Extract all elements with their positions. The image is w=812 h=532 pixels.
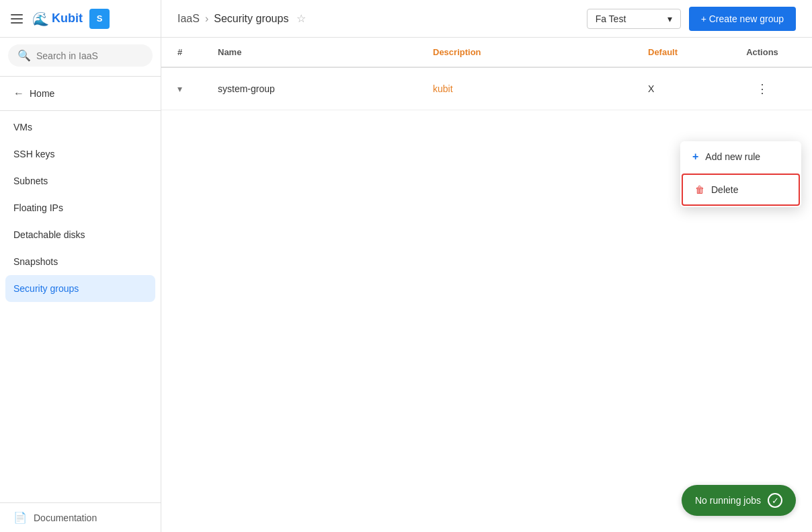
home-label: Home <box>30 88 54 99</box>
documentation-link[interactable]: 📄 Documentation <box>0 502 161 532</box>
sidebar-item-snapshots[interactable]: Snapshots <box>0 248 161 275</box>
check-circle-icon: ✓ <box>768 493 782 508</box>
col-name: Name <box>218 47 433 57</box>
logo-label: Kubit <box>52 11 83 26</box>
sidebar-item-subnets[interactable]: Subnets <box>0 167 161 194</box>
group-description: kubit <box>433 83 648 94</box>
sidebar-divider <box>0 76 161 77</box>
delete-label: Delete <box>711 184 738 195</box>
workspace-selector[interactable]: Fa Test ▾ <box>587 9 681 29</box>
breadcrumb-current: Security groups <box>214 13 288 25</box>
plus-icon: + <box>692 151 698 163</box>
group-default: X <box>648 83 729 94</box>
sidebar-item-security-groups[interactable]: Security groups <box>5 275 155 302</box>
documentation-icon: 📄 <box>13 511 27 524</box>
topbar-right: Fa Test ▾ + Create new group <box>587 7 796 31</box>
sidebar: 🌊 Kubit S 🔍 ← Home VMs SSH keys Subnets … <box>0 0 161 532</box>
sidebar-header: 🌊 Kubit S <box>0 0 161 38</box>
workspace-label: Fa Test <box>596 13 626 24</box>
logo-s-icon: S <box>89 9 110 29</box>
group-name: system-group <box>218 83 433 94</box>
sidebar-item-ssh-keys[interactable]: SSH keys <box>0 141 161 167</box>
search-icon: 🔍 <box>17 49 31 62</box>
table-row: ▾ system-group kubit X ⋮ <box>161 68 812 110</box>
favorite-icon[interactable]: ☆ <box>296 12 306 25</box>
add-new-rule-item[interactable]: + Add new rule <box>680 141 801 172</box>
breadcrumb: IaaS › Security groups ☆ <box>177 12 306 25</box>
logo-wave-icon: 🌊 <box>32 11 49 27</box>
table-header: # Name Description Default Actions <box>161 38 812 68</box>
main-content: IaaS › Security groups ☆ Fa Test ▾ + Cre… <box>161 0 812 532</box>
add-rule-label: Add new rule <box>705 151 760 162</box>
documentation-label: Documentation <box>34 512 97 523</box>
sidebar-item-detachable-disks[interactable]: Detachable disks <box>0 221 161 248</box>
sidebar-item-floating-ips[interactable]: Floating IPs <box>0 194 161 221</box>
breadcrumb-separator: › <box>205 13 208 25</box>
back-arrow-icon: ← <box>13 87 24 100</box>
group-actions: ⋮ <box>729 79 796 99</box>
chevron-down-icon: ▾ <box>667 13 672 24</box>
expand-row-icon[interactable]: ▾ <box>177 83 218 94</box>
actions-menu-button[interactable]: ⋮ <box>749 79 775 99</box>
breadcrumb-root[interactable]: IaaS <box>177 13 200 25</box>
search-box[interactable]: 🔍 <box>8 44 153 67</box>
sidebar-item-home[interactable]: ← Home <box>0 79 161 108</box>
logo: 🌊 Kubit <box>32 11 83 27</box>
hamburger-menu-button[interactable] <box>8 11 26 26</box>
trash-icon: 🗑 <box>695 184 704 195</box>
search-input[interactable] <box>36 50 143 61</box>
delete-item[interactable]: 🗑 Delete <box>682 174 800 206</box>
toast-notification: No running jobs ✓ <box>682 485 796 516</box>
col-default: Default <box>648 47 729 57</box>
topbar: IaaS › Security groups ☆ Fa Test ▾ + Cre… <box>161 0 812 38</box>
sidebar-divider-2 <box>0 110 161 111</box>
col-actions: Actions <box>729 47 796 57</box>
actions-dropdown: + Add new rule 🗑 Delete <box>680 141 801 207</box>
col-number: # <box>177 47 218 57</box>
security-groups-table: # Name Description Default Actions ▾ sys… <box>161 38 812 532</box>
col-description: Description <box>433 47 648 57</box>
sidebar-item-vms[interactable]: VMs <box>0 114 161 141</box>
create-new-group-button[interactable]: + Create new group <box>689 7 796 31</box>
toast-label: No running jobs <box>695 495 761 506</box>
